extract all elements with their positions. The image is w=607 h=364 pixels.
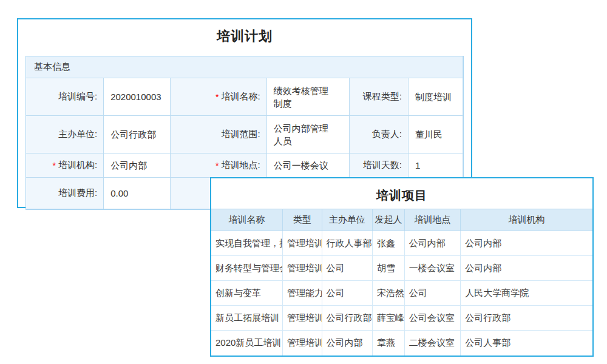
column-header-host-unit: 主办单位 [322, 209, 373, 231]
field-label-text: 课程类型: [363, 91, 402, 103]
field-value-course-type: 制度培训 [409, 78, 463, 116]
organization-cell: 人民大学商学院 [461, 281, 592, 306]
training-name-link[interactable]: 创新与变革 [211, 281, 282, 306]
field-label-text: 培训名称: [222, 91, 260, 103]
host-unit-cell: 公司行政部 [322, 306, 373, 331]
initiator-link[interactable]: 张鑫 [373, 231, 405, 256]
field-label-training-org: *培训机构: [26, 153, 104, 178]
location-cell: 公司会议室 [404, 306, 460, 331]
field-value-training-place: 公司一楼会议 [267, 153, 350, 178]
field-label-text: 培训范围: [222, 129, 260, 140]
field-label-text: 培训天数: [363, 160, 402, 171]
table-row: 实现自我管理，提... 管理培训 行政人事部 张鑫 公司内部 公司内部 [211, 231, 592, 256]
column-header-organization: 培训机构 [461, 209, 592, 231]
column-header-training-name: 培训名称 [211, 209, 282, 231]
field-label-text: 培训费用: [58, 187, 97, 199]
field-value-host-unit: 公司行政部 [104, 116, 170, 153]
host-unit-cell: 公司 [322, 256, 373, 281]
location-cell: 一楼会议室 [404, 256, 460, 281]
initiator-link[interactable]: 薛宝峰 [373, 306, 405, 331]
field-label-text: 负责人: [372, 129, 402, 140]
host-unit-cell: 公司内部 [322, 331, 373, 356]
field-value-training-no: 2020010003 [104, 78, 170, 116]
organization-cell: 公司人事部 [461, 331, 592, 356]
field-label-training-no: 培训编号: [26, 78, 104, 116]
location-cell: 公司 [404, 281, 460, 306]
field-value-training-org: 公司内部 [104, 153, 170, 178]
required-asterisk: * [215, 92, 219, 102]
field-value-training-name: 绩效考核管理制度 [267, 78, 350, 116]
required-asterisk: * [53, 161, 56, 170]
table-row: 创新与变革 管理能力 公司 宋浩然 公司 人民大学商学院 [211, 281, 592, 306]
type-cell: 管理培训 [282, 231, 322, 256]
initiator-link[interactable]: 胡雪 [373, 256, 405, 281]
organization-cell: 公司内部 [461, 256, 592, 281]
field-label-training-scope: 培训范围: [171, 116, 267, 153]
field-label-training-name: *培训名称: [171, 78, 267, 116]
location-cell: 二楼会议室 [404, 331, 460, 356]
table-row: 新员工拓展培训 管理培训 公司行政部 薛宝峰 公司会议室 公司行政部 [211, 306, 592, 331]
field-value-training-days: 1 [409, 153, 463, 178]
training-projects-panel: 培训项目 培训名称 类型 主办单位 发起人 培训地点 培训机构 实现自我管理，提… [210, 177, 594, 357]
training-name-link[interactable]: 新员工拓展培训 [211, 306, 282, 331]
column-header-location: 培训地点 [404, 209, 460, 231]
type-cell: 管理能力 [282, 281, 322, 306]
field-label-text: 培训机构: [58, 160, 97, 171]
location-cell: 公司内部 [404, 231, 460, 256]
field-label-text: 培训地点: [222, 160, 260, 171]
field-value-person-in-charge: 董川民 [409, 116, 463, 153]
host-unit-cell: 行政人事部 [322, 231, 373, 256]
field-label-text: 主办单位: [58, 129, 97, 140]
field-label-text: 培训编号: [58, 91, 97, 103]
type-cell: 管理培训 [282, 256, 322, 281]
host-unit-cell: 公司 [322, 281, 373, 306]
screen: 培训计划 基本信息 培训编号: 2020010003 *培训名称: 绩效考核管理… [0, 0, 607, 364]
column-header-type: 类型 [282, 209, 322, 231]
initiator-link[interactable]: 宋浩然 [373, 281, 405, 306]
initiator-link[interactable]: 章燕 [373, 331, 405, 356]
field-value-training-cost: 0.00 [104, 178, 170, 209]
field-label-course-type: 课程类型: [350, 78, 409, 116]
table-row: 财务转型与管理会计 管理培训 公司 胡雪 一楼会议室 公司内部 [211, 256, 592, 281]
table-header-row: 培训名称 类型 主办单位 发起人 培训地点 培训机构 [211, 209, 592, 231]
field-value-training-scope: 公司内部管理人员 [267, 116, 350, 153]
training-name-link[interactable]: 财务转型与管理会计 [211, 256, 282, 281]
field-label-training-place: *培训地点: [171, 153, 267, 178]
training-plan-title: 培训计划 [18, 19, 471, 46]
type-cell: 管理培训 [282, 306, 322, 331]
type-cell: 管理培训 [282, 331, 322, 356]
field-label-training-days: 培训天数: [350, 153, 409, 178]
field-label-host-unit: 主办单位: [26, 116, 104, 153]
column-header-initiator: 发起人 [373, 209, 405, 231]
organization-cell: 公司行政部 [461, 306, 592, 331]
training-name-link[interactable]: 2020新员工培训 [211, 331, 282, 356]
table-row: 2020新员工培训 管理培训 公司内部 章燕 二楼会议室 公司人事部 [211, 331, 592, 356]
field-label-training-cost: 培训费用: [26, 178, 104, 209]
training-projects-title: 培训项目 [211, 178, 592, 209]
organization-cell: 公司内部 [461, 231, 592, 256]
required-asterisk: * [215, 161, 219, 170]
basic-info-section-header: 基本信息 [26, 56, 463, 78]
field-label-person-in-charge: 负责人: [350, 116, 409, 153]
training-name-link[interactable]: 实现自我管理，提... [211, 231, 282, 256]
training-projects-table: 培训名称 类型 主办单位 发起人 培训地点 培训机构 实现自我管理，提... 管… [211, 209, 592, 356]
